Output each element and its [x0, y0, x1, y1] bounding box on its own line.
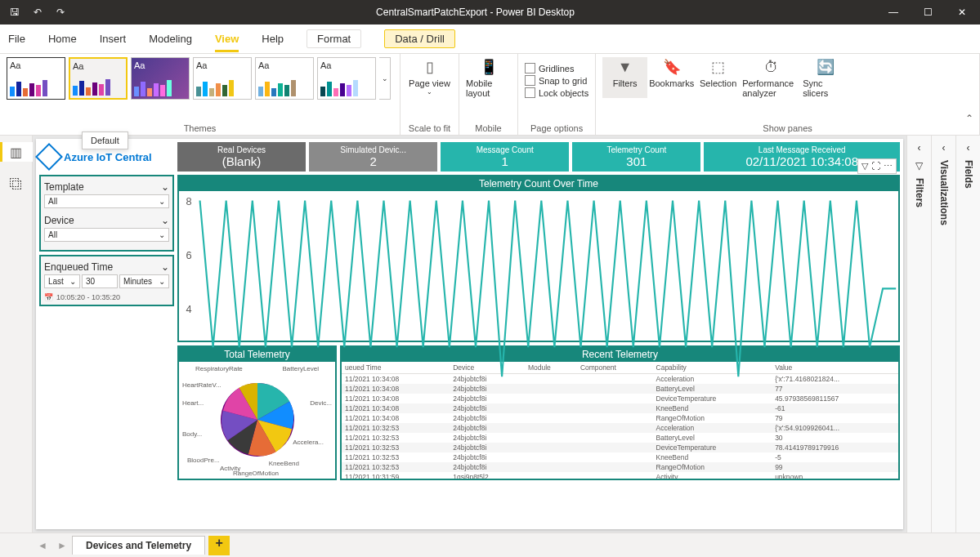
titlebar: 🖫 ↶ ↷ CentralSmartPatchExport - Power BI… [0, 0, 980, 25]
filters-pane-button[interactable]: ▼Filters [602, 57, 647, 98]
theme-tooltip: Default [82, 131, 128, 149]
table-row[interactable]: 11/2021 10:34:0824bjobtcf8iBatteryLevel7… [342, 384, 898, 394]
pie-chart-visual[interactable]: Total Telemetry RespiratoryRate BatteryL… [177, 345, 337, 480]
perf-analyzer-button[interactable]: ⏱Performance analyzer [742, 57, 801, 98]
funnel-icon: ▼ [615, 57, 635, 77]
table-row[interactable]: 11/2021 10:32:5324bjobtcf8iBatteryLevel3… [342, 433, 898, 443]
theme-thumb-1[interactable]: Aa [7, 57, 65, 100]
table-row[interactable]: 11/2021 10:32:5324bjobtcf8iKneeBend-5 [342, 452, 898, 462]
undo-icon[interactable]: ↶ [29, 7, 46, 18]
filters-pane-collapsed[interactable]: ‹▽Filters [906, 136, 931, 532]
svg-text:8: 8 [186, 195, 192, 207]
add-page-button[interactable]: + [208, 536, 230, 555]
report-canvas[interactable]: Azure IoT Central Real Devices(Blank) Si… [33, 136, 906, 532]
themes-dropdown[interactable]: ⌄ [379, 57, 391, 100]
mobile-icon: 📱 [479, 57, 499, 77]
svg-text:4: 4 [186, 303, 192, 315]
table-row[interactable]: 11/2021 10:31:591qsi9p8t5l2Activityunkno… [342, 472, 898, 479]
table-row[interactable]: 11/2021 10:32:5324bjobtcf8iRangeOfMotion… [342, 462, 898, 472]
fields-pane-collapsed[interactable]: ‹Fields [955, 136, 980, 532]
kpi-msg-count[interactable]: Message Count1 [441, 142, 569, 172]
visual-toolbar[interactable]: ▽⛶⋯ [857, 158, 897, 174]
view-rail: ▥ ⿻ [0, 136, 33, 532]
more-icon[interactable]: ⋯ [884, 161, 893, 172]
menu-file[interactable]: File [8, 33, 25, 45]
menu-datadrill[interactable]: Data / Drill [384, 29, 455, 48]
menu-modeling[interactable]: Modeling [149, 33, 192, 45]
slicer-enqueued-time[interactable]: Enqueued Time⌄ Last⌄ 30 Minutes⌄ 📅10:05:… [39, 255, 174, 306]
slicer-template-device[interactable]: Template⌄ All⌄ Device⌄ All⌄ [39, 175, 174, 252]
menubar: File Home Insert Modeling View Help Form… [0, 25, 980, 54]
theme-thumb-3[interactable]: Aa [131, 57, 190, 100]
tab-prev-icon[interactable]: ◄ [33, 540, 52, 551]
bookmarks-button[interactable]: 🔖Bookmarks [649, 57, 694, 98]
sync-slicers-button[interactable]: 🔄Sync slicers [803, 57, 848, 98]
svg-text:6: 6 [186, 249, 192, 261]
menu-home[interactable]: Home [48, 33, 77, 45]
model-view-icon[interactable]: ⿻ [7, 175, 26, 194]
tab-next-icon[interactable]: ► [52, 540, 72, 551]
focus-icon[interactable]: ⛶ [871, 161, 880, 172]
menu-insert[interactable]: Insert [100, 33, 127, 45]
page-view-button[interactable]: ▯Page view⌄ [407, 57, 452, 96]
gridlines-check[interactable]: Gridlines [525, 62, 588, 74]
themes-group-label: Themes [7, 123, 393, 135]
table-row[interactable]: 11/2021 10:34:0824bjobtcf8iRangeOfMotion… [342, 413, 898, 423]
redo-icon[interactable]: ↷ [52, 7, 69, 18]
chevron-down-icon[interactable]: ⌄ [161, 181, 169, 193]
theme-thumb-2[interactable]: Aa [69, 57, 128, 100]
kpi-sim-devices[interactable]: Simulated Devic...2 [309, 142, 437, 172]
theme-thumb-5[interactable]: Aa [255, 57, 314, 100]
funnel-icon: ▽ [915, 160, 923, 172]
filter-icon[interactable]: ▽ [861, 161, 868, 172]
report-view-icon[interactable]: ▥ [0, 142, 33, 162]
table-row[interactable]: 11/2021 10:32:5324bjobtcf8iAcceleration{… [342, 423, 898, 433]
snap-check[interactable]: Snap to grid [525, 74, 588, 87]
page-tabs: ◄ ► Devices and Telemetry + [0, 532, 980, 557]
theme-thumb-4[interactable]: Aa [193, 57, 252, 100]
theme-thumb-6[interactable]: Aa [317, 57, 376, 100]
save-icon[interactable]: 🖫 [7, 7, 23, 18]
sync-icon: 🔄 [816, 57, 835, 77]
visualizations-pane-collapsed[interactable]: ‹Visualizations [931, 136, 955, 532]
table-row[interactable]: 11/2021 10:32:5324bjobtcf8iDeviceTempera… [342, 443, 898, 452]
ribbon: ⌃ Aa Aa Aa Aa Aa Aa ⌄ Themes Default ▯Pa… [0, 54, 980, 136]
menu-help[interactable]: Help [262, 33, 284, 45]
page-view-icon: ▯ [420, 57, 440, 77]
table-row[interactable]: 11/2021 10:34:0824bjobtcf8iDeviceTempera… [342, 394, 898, 403]
line-chart-visual[interactable]: Telemetry Count Over Time 864 10:1010:15… [177, 175, 900, 342]
menu-format[interactable]: Format [307, 29, 361, 48]
kpi-tel-count[interactable]: Telemetry Count301 [572, 142, 700, 172]
lock-check[interactable]: Lock objects [525, 87, 588, 99]
selection-icon: ⬚ [709, 57, 728, 77]
mobile-layout-button[interactable]: 📱Mobile layout [466, 57, 511, 98]
bookmark-icon: 🔖 [662, 57, 682, 77]
kpi-real-devices[interactable]: Real Devices(Blank) [177, 142, 306, 172]
calendar-icon: 📅 [44, 293, 53, 301]
stopwatch-icon: ⏱ [762, 57, 781, 77]
maximize-icon[interactable]: ☐ [916, 7, 939, 18]
table-row[interactable]: 11/2021 10:34:0824bjobtcf8iKneeBend-61 [342, 403, 898, 413]
window-title: CentralSmartPatchExport - Power BI Deskt… [69, 7, 882, 18]
ribbon-collapse-icon[interactable]: ⌃ [965, 113, 973, 124]
hex-logo-icon [35, 143, 63, 171]
page-tab[interactable]: Devices and Telemetry [72, 536, 205, 555]
menu-view[interactable]: View [215, 33, 239, 52]
minimize-icon[interactable]: — [882, 7, 905, 18]
selection-button[interactable]: ⬚Selection [696, 57, 741, 98]
close-icon[interactable]: ✕ [951, 7, 973, 18]
